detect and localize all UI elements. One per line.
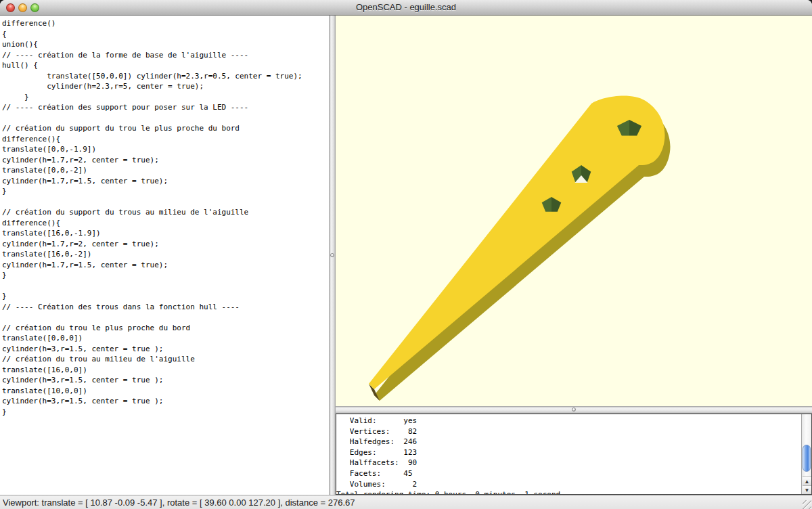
openscad-window: OpenSCAD - eguille.scad difference() { u… — [0, 0, 812, 509]
console-text: Valid: yes Vertices: 82 Halfedges: 246 E… — [336, 414, 811, 495]
code-text: difference() { union(){ // ---- création… — [0, 16, 329, 417]
viewport-status-text: Viewport: translate = [ 10.87 -0.09 -5.4… — [3, 495, 355, 509]
splitter-grip-icon — [572, 407, 576, 412]
editor-viewport-splitter[interactable] — [329, 16, 336, 495]
scroll-up-button[interactable]: ▲ — [803, 477, 811, 485]
scroll-down-button[interactable]: ▼ — [803, 485, 811, 494]
scrollbar-thumb[interactable] — [803, 445, 811, 472]
3d-viewport[interactable] — [336, 16, 812, 406]
title-bar[interactable]: OpenSCAD - eguille.scad — [0, 0, 812, 16]
console-scrollbar[interactable]: ▲ ▼ — [801, 414, 811, 494]
needle-model — [336, 16, 812, 406]
splitter-grip-icon — [330, 253, 334, 257]
code-editor[interactable]: difference() { union(){ // ---- création… — [0, 16, 329, 495]
window-title: OpenSCAD - eguille.scad — [0, 0, 812, 15]
status-bar: Viewport: translate = [ 10.87 -0.09 -5.4… — [0, 495, 812, 509]
viewport-console-splitter[interactable] — [336, 406, 812, 414]
window-resize-grip[interactable] — [803, 500, 811, 509]
console-output[interactable]: Valid: yes Vertices: 82 Halfedges: 246 E… — [336, 414, 812, 495]
needle-top-face — [369, 95, 664, 389]
